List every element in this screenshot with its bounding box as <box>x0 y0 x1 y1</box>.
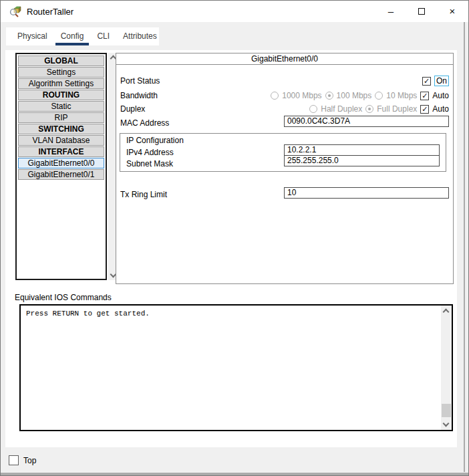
duplex-row: Duplex Half Duplex Full Duplex ✓ Auto <box>120 104 449 114</box>
subnet-mask-input[interactable]: 255.255.255.0 <box>284 155 440 166</box>
chevron-down-icon[interactable] <box>443 421 450 427</box>
subnet-mask-label: Subnet Mask <box>126 159 173 168</box>
radio-10mbps <box>375 92 383 100</box>
sidebar-item-switching[interactable]: SWITCHING <box>18 124 104 134</box>
maximize-button[interactable] <box>406 1 437 21</box>
duplex-auto-label: Auto <box>432 104 449 114</box>
ip-configuration-group: IP Configuration IPv4 Address 10.2.2.1 S… <box>120 133 446 172</box>
tx-ring-limit-input[interactable]: 10 <box>284 187 449 199</box>
sidebar-item-gigabitethernet0-1[interactable]: GigabitEthernet0/1 <box>18 169 104 180</box>
ios-commands-label: Equivalent IOS Commands <box>15 293 112 302</box>
window-frame-edge <box>1 473 468 475</box>
radio-100mbps-label: 100 Mbps <box>337 91 372 100</box>
terminal-scrollbar[interactable] <box>441 306 452 430</box>
check-icon: ✓ <box>422 106 428 113</box>
window-controls: – × <box>375 1 468 21</box>
close-icon: × <box>450 5 456 17</box>
tab-cli[interactable]: CLI <box>97 27 110 45</box>
tx-ring-limit-label: Tx Ring Limit <box>120 190 167 199</box>
mac-address-input[interactable]: 0090.0C4C.3D7A <box>284 116 449 127</box>
ipv4-address-label: IPv4 Address <box>126 148 174 157</box>
router-config-window: RouterTaller – × Physical Config CLI Att… <box>0 0 469 476</box>
sidebar-item-settings[interactable]: Settings <box>18 67 104 78</box>
radio-1000mbps <box>271 92 279 100</box>
sidebar-item-static[interactable]: Static <box>18 101 104 112</box>
scrollbar-thumb[interactable] <box>442 404 451 417</box>
minimize-button[interactable]: – <box>375 1 406 21</box>
sidebar-item-algorithm-settings[interactable]: Algorithm Settings <box>18 78 104 89</box>
minimize-icon: – <box>388 5 394 17</box>
top-checkbox-label: Top <box>23 456 36 465</box>
tab-attributes[interactable]: Attributes <box>123 27 157 45</box>
ipv4-address-input[interactable]: 10.2.2.1 <box>284 144 440 156</box>
radio-full-duplex <box>365 105 373 113</box>
check-icon: ✓ <box>422 92 428 100</box>
tab-physical[interactable]: Physical <box>17 27 47 45</box>
radio-1000mbps-label: 1000 Mbps <box>282 91 321 100</box>
sidebar-item-gigabitethernet0-0[interactable]: GigabitEthernet0/0 <box>18 158 104 168</box>
port-status-checkbox[interactable]: ✓ <box>422 77 431 86</box>
radio-10mbps-label: 10 Mbps <box>386 91 417 100</box>
radio-full-duplex-label: Full Duplex <box>377 104 417 114</box>
router-device-icon <box>9 5 22 18</box>
radio-half-duplex-label: Half Duplex <box>321 104 362 114</box>
close-button[interactable]: × <box>437 1 468 21</box>
bandwidth-row: Bandwidth 1000 Mbps 100 Mbps 10 Mbps ✓ A… <box>120 90 449 101</box>
ios-terminal[interactable]: Press RETURN to get started. <box>19 304 453 431</box>
duplex-label: Duplex <box>120 104 309 114</box>
top-checkbox[interactable] <box>9 455 19 465</box>
port-status-row: Port Status ✓ On <box>120 76 449 86</box>
maximize-icon <box>418 8 425 15</box>
bandwidth-auto-label: Auto <box>432 91 449 100</box>
interface-config-panel: GigabitEthernet0/0 Port Status ✓ On Band… <box>116 53 454 284</box>
panel-title: GigabitEthernet0/0 <box>116 53 453 65</box>
check-icon: ✓ <box>424 78 430 85</box>
chevron-up-icon[interactable] <box>443 309 450 316</box>
ip-configuration-title: IP Configuration <box>126 136 184 145</box>
duplex-auto-checkbox[interactable]: ✓ <box>420 105 429 114</box>
tab-bar: Physical Config CLI Attributes <box>6 27 159 45</box>
window-frame-edge <box>464 22 465 472</box>
sidebar-item-rip[interactable]: RIP <box>18 112 104 123</box>
port-status-label: Port Status <box>120 76 422 86</box>
tab-config[interactable]: Config <box>61 27 84 45</box>
sidebar-item-global[interactable]: GLOBAL <box>18 55 104 66</box>
window-title: RouterTaller <box>27 7 73 17</box>
sidebar-item-vlan-database[interactable]: VLAN Database <box>18 135 104 146</box>
radio-100mbps <box>325 92 333 100</box>
bandwidth-auto-checkbox[interactable]: ✓ <box>420 92 429 100</box>
sidebar-nav: GLOBAL Settings Algorithm Settings ROUTI… <box>15 53 107 280</box>
radio-half-duplex <box>309 105 317 113</box>
terminal-text: Press RETURN to get started. <box>26 310 150 318</box>
sidebar-item-interface[interactable]: INTERFACE <box>18 146 104 157</box>
port-status-on-label: On <box>434 76 449 86</box>
sidebar-item-routing[interactable]: ROUTING <box>18 90 104 100</box>
titlebar[interactable]: RouterTaller – × <box>1 1 468 22</box>
mac-address-label: MAC Address <box>120 118 169 128</box>
bandwidth-label: Bandwidth <box>120 91 271 100</box>
config-tab-page: GLOBAL Settings Algorithm Settings ROUTI… <box>5 50 457 447</box>
